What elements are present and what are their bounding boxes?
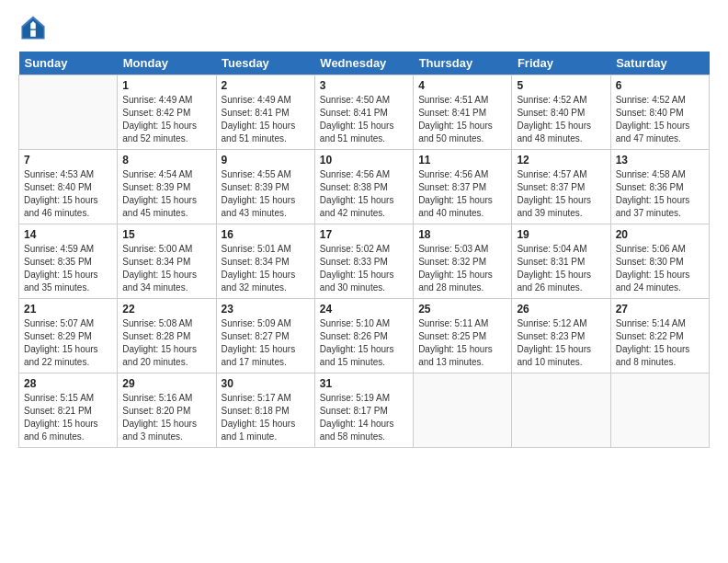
- day-info: Sunrise: 5:16 AMSunset: 8:20 PMDaylight:…: [122, 392, 210, 443]
- day-info: Sunrise: 5:06 AMSunset: 8:30 PMDaylight:…: [616, 243, 704, 294]
- day-info: Sunrise: 5:15 AMSunset: 8:21 PMDaylight:…: [24, 392, 112, 443]
- day-number: 11: [418, 154, 506, 167]
- table-row: 22Sunrise: 5:08 AMSunset: 8:28 PMDayligh…: [118, 299, 216, 373]
- day-info: Sunrise: 5:04 AMSunset: 8:31 PMDaylight:…: [517, 243, 605, 294]
- col-friday: Friday: [512, 52, 610, 75]
- svg-rect-3: [30, 30, 36, 37]
- calendar-week-4: 21Sunrise: 5:07 AMSunset: 8:29 PMDayligh…: [19, 299, 710, 373]
- table-row: 2Sunrise: 4:49 AMSunset: 8:41 PMDaylight…: [216, 75, 314, 150]
- day-info: Sunrise: 5:10 AMSunset: 8:26 PMDaylight:…: [320, 317, 408, 369]
- logo-icon: [20, 15, 46, 40]
- table-row: 25Sunrise: 5:11 AMSunset: 8:25 PMDayligh…: [414, 299, 512, 373]
- day-number: 22: [122, 303, 210, 316]
- day-number: 3: [320, 79, 408, 92]
- day-info: Sunrise: 5:07 AMSunset: 8:29 PMDaylight:…: [24, 317, 112, 369]
- day-number: 17: [320, 228, 408, 241]
- day-number: 10: [320, 154, 408, 167]
- day-number: 21: [24, 303, 112, 316]
- day-number: 30: [222, 377, 310, 390]
- day-number: 18: [418, 228, 506, 241]
- table-row: 19Sunrise: 5:04 AMSunset: 8:31 PMDayligh…: [512, 224, 610, 299]
- day-number: 8: [122, 154, 210, 167]
- day-info: Sunrise: 5:14 AMSunset: 8:22 PMDaylight:…: [616, 317, 704, 369]
- day-number: 9: [222, 154, 310, 167]
- table-row: 12Sunrise: 4:57 AMSunset: 8:37 PMDayligh…: [512, 150, 610, 224]
- day-info: Sunrise: 5:08 AMSunset: 8:28 PMDaylight:…: [122, 317, 210, 369]
- calendar-table: Sunday Monday Tuesday Wednesday Thursday…: [18, 52, 710, 448]
- day-info: Sunrise: 4:51 AMSunset: 8:41 PMDaylight:…: [418, 94, 506, 145]
- day-info: Sunrise: 4:57 AMSunset: 8:37 PMDaylight:…: [517, 168, 605, 220]
- day-info: Sunrise: 4:49 AMSunset: 8:42 PMDaylight:…: [122, 94, 210, 145]
- day-info: Sunrise: 5:00 AMSunset: 8:34 PMDaylight:…: [122, 243, 210, 294]
- day-info: Sunrise: 4:55 AMSunset: 8:39 PMDaylight:…: [222, 168, 310, 220]
- day-info: Sunrise: 4:59 AMSunset: 8:35 PMDaylight:…: [24, 243, 112, 294]
- col-wednesday: Wednesday: [314, 52, 413, 75]
- table-row: 1Sunrise: 4:49 AMSunset: 8:42 PMDaylight…: [118, 75, 216, 150]
- table-row: [610, 373, 709, 448]
- day-number: 7: [24, 154, 112, 167]
- table-row: 14Sunrise: 4:59 AMSunset: 8:35 PMDayligh…: [19, 224, 118, 299]
- calendar-header-row: Sunday Monday Tuesday Wednesday Thursday…: [19, 52, 710, 75]
- table-row: [19, 75, 118, 150]
- day-info: Sunrise: 4:53 AMSunset: 8:40 PMDaylight:…: [24, 168, 112, 220]
- day-number: 2: [222, 79, 310, 92]
- calendar-page: Sunday Monday Tuesday Wednesday Thursday…: [0, 0, 728, 563]
- day-number: 5: [517, 79, 605, 92]
- day-info: Sunrise: 4:52 AMSunset: 8:40 PMDaylight:…: [616, 94, 704, 145]
- day-number: 28: [24, 377, 112, 390]
- table-row: 8Sunrise: 4:54 AMSunset: 8:39 PMDaylight…: [118, 150, 216, 224]
- calendar-week-5: 28Sunrise: 5:15 AMSunset: 8:21 PMDayligh…: [19, 373, 710, 448]
- day-number: 24: [320, 303, 408, 316]
- table-row: 5Sunrise: 4:52 AMSunset: 8:40 PMDaylight…: [512, 75, 610, 150]
- page-header: [18, 15, 710, 40]
- table-row: 17Sunrise: 5:02 AMSunset: 8:33 PMDayligh…: [314, 224, 413, 299]
- table-row: 16Sunrise: 5:01 AMSunset: 8:34 PMDayligh…: [216, 224, 314, 299]
- day-number: 14: [24, 228, 112, 241]
- table-row: 11Sunrise: 4:56 AMSunset: 8:37 PMDayligh…: [414, 150, 512, 224]
- table-row: 27Sunrise: 5:14 AMSunset: 8:22 PMDayligh…: [610, 299, 709, 373]
- logo: [18, 15, 50, 40]
- day-number: 19: [517, 228, 605, 241]
- table-row: 9Sunrise: 4:55 AMSunset: 8:39 PMDaylight…: [216, 150, 314, 224]
- day-number: 20: [616, 228, 704, 241]
- table-row: 28Sunrise: 5:15 AMSunset: 8:21 PMDayligh…: [19, 373, 118, 448]
- day-info: Sunrise: 4:56 AMSunset: 8:38 PMDaylight:…: [320, 168, 408, 220]
- table-row: [512, 373, 610, 448]
- day-info: Sunrise: 5:12 AMSunset: 8:23 PMDaylight:…: [517, 317, 605, 369]
- col-thursday: Thursday: [414, 52, 512, 75]
- table-row: 31Sunrise: 5:19 AMSunset: 8:17 PMDayligh…: [314, 373, 413, 448]
- day-info: Sunrise: 4:58 AMSunset: 8:36 PMDaylight:…: [616, 168, 704, 220]
- day-number: 12: [517, 154, 605, 167]
- day-number: 25: [418, 303, 506, 316]
- day-number: 27: [616, 303, 704, 316]
- day-number: 15: [122, 228, 210, 241]
- calendar-week-1: 1Sunrise: 4:49 AMSunset: 8:42 PMDaylight…: [19, 75, 710, 150]
- table-row: 20Sunrise: 5:06 AMSunset: 8:30 PMDayligh…: [610, 224, 709, 299]
- day-number: 13: [616, 154, 704, 167]
- day-number: 16: [222, 228, 310, 241]
- day-number: 26: [517, 303, 605, 316]
- table-row: 24Sunrise: 5:10 AMSunset: 8:26 PMDayligh…: [314, 299, 413, 373]
- col-saturday: Saturday: [610, 52, 709, 75]
- day-info: Sunrise: 4:50 AMSunset: 8:41 PMDaylight:…: [320, 94, 408, 145]
- day-info: Sunrise: 4:56 AMSunset: 8:37 PMDaylight:…: [418, 168, 506, 220]
- day-info: Sunrise: 5:03 AMSunset: 8:32 PMDaylight:…: [418, 243, 506, 294]
- day-info: Sunrise: 4:54 AMSunset: 8:39 PMDaylight:…: [122, 168, 210, 220]
- table-row: 29Sunrise: 5:16 AMSunset: 8:20 PMDayligh…: [118, 373, 216, 448]
- table-row: 15Sunrise: 5:00 AMSunset: 8:34 PMDayligh…: [118, 224, 216, 299]
- day-info: Sunrise: 5:09 AMSunset: 8:27 PMDaylight:…: [222, 317, 310, 369]
- calendar-week-3: 14Sunrise: 4:59 AMSunset: 8:35 PMDayligh…: [19, 224, 710, 299]
- table-row: 23Sunrise: 5:09 AMSunset: 8:27 PMDayligh…: [216, 299, 314, 373]
- day-info: Sunrise: 5:11 AMSunset: 8:25 PMDaylight:…: [418, 317, 506, 369]
- calendar-week-2: 7Sunrise: 4:53 AMSunset: 8:40 PMDaylight…: [19, 150, 710, 224]
- table-row: 10Sunrise: 4:56 AMSunset: 8:38 PMDayligh…: [314, 150, 413, 224]
- day-number: 31: [320, 377, 408, 390]
- day-info: Sunrise: 5:01 AMSunset: 8:34 PMDaylight:…: [222, 243, 310, 294]
- col-monday: Monday: [118, 52, 216, 75]
- day-info: Sunrise: 4:49 AMSunset: 8:41 PMDaylight:…: [222, 94, 310, 145]
- table-row: 6Sunrise: 4:52 AMSunset: 8:40 PMDaylight…: [610, 75, 709, 150]
- day-number: 1: [122, 79, 210, 92]
- table-row: [414, 373, 512, 448]
- table-row: 7Sunrise: 4:53 AMSunset: 8:40 PMDaylight…: [19, 150, 118, 224]
- table-row: 13Sunrise: 4:58 AMSunset: 8:36 PMDayligh…: [610, 150, 709, 224]
